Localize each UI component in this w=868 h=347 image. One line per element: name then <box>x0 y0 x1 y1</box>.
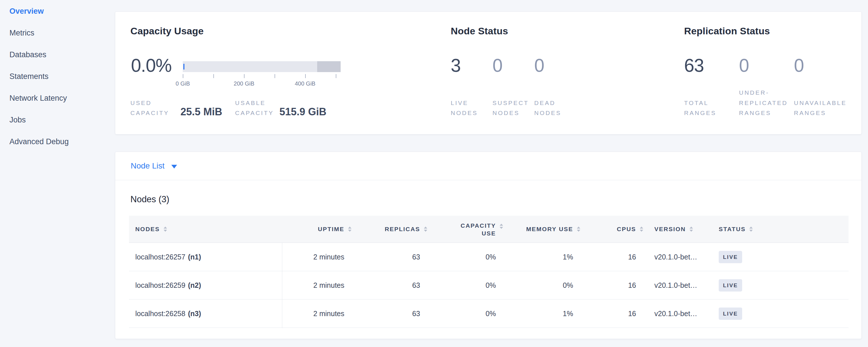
column-header-label: CAPACITY USE <box>457 222 496 238</box>
total-ranges-label: TOTAL RANGES <box>684 98 736 118</box>
column-header-memory-use[interactable]: MEMORY USE <box>499 216 577 243</box>
replicas-cell: 63 <box>348 253 424 261</box>
column-divider <box>282 243 282 328</box>
capacity-use-cell: 0% <box>424 281 499 289</box>
status-badge: LIVE <box>719 251 742 263</box>
uptime-cell: 2 minutes <box>282 253 348 261</box>
column-header-status[interactable]: STATUS <box>715 216 848 243</box>
capacity-use-cell: 0% <box>424 310 499 318</box>
node-status-labels: LIVE NODES SUSPECT NODES DEAD NODES <box>451 98 576 118</box>
node-status-title: Node Status <box>451 26 508 36</box>
sidebar-item-network-latency[interactable]: Network Latency <box>0 87 115 109</box>
node-list-dropdown[interactable]: Node List <box>115 152 861 180</box>
node-address-cell: localhost:26258(n3) <box>129 310 282 318</box>
nodes-table: NODESUPTIMEREPLICASCAPACITY USEMEMORY US… <box>129 216 848 328</box>
sort-icon <box>163 227 167 232</box>
column-header-uptime[interactable]: UPTIME <box>282 216 348 243</box>
capacity-axis-labels: 0 GiB 200 GiB 400 GiB <box>183 81 341 88</box>
uptime-cell: 2 minutes <box>282 310 348 318</box>
table-row[interactable]: localhost:26257(n1)2 minutes630%1%16v20.… <box>129 243 848 271</box>
column-header-nodes[interactable]: NODES <box>129 216 282 243</box>
cpus-cell: 16 <box>577 310 640 318</box>
status-badge: LIVE <box>719 308 742 320</box>
usable-capacity-label: USABLE CAPACITY <box>235 98 272 118</box>
replication-status-values: 63 0 0 <box>684 56 849 75</box>
column-header-label: STATUS <box>719 226 746 232</box>
capacity-use-cell: 0% <box>424 253 499 261</box>
column-header-label: REPLICAS <box>385 226 420 232</box>
replicas-cell: 63 <box>348 310 424 318</box>
sort-icon <box>689 227 693 232</box>
node-id: (n2) <box>188 281 201 289</box>
memory-use-cell: 1% <box>499 310 577 318</box>
sidebar-item-metrics[interactable]: Metrics <box>0 22 115 44</box>
capacity-usage-title: Capacity Usage <box>130 26 204 36</box>
capacity-axis-ticks <box>183 74 341 78</box>
sidebar-item-advanced-debug[interactable]: Advanced Debug <box>0 131 115 153</box>
dead-nodes-label: DEAD NODES <box>534 98 569 118</box>
live-nodes-label: LIVE NODES <box>451 98 486 118</box>
under-replicated-ranges-value: 0 <box>739 56 794 75</box>
memory-use-cell: 1% <box>499 253 577 261</box>
status-cell: LIVE <box>715 279 848 291</box>
axis-label: 0 GiB <box>176 81 190 87</box>
total-ranges-value: 63 <box>684 56 739 75</box>
cpus-cell: 16 <box>577 281 640 289</box>
cluster-summary-panel: Capacity Usage 0.0% 0 GiB 200 GiB 400 Gi… <box>115 11 862 134</box>
column-header-replicas[interactable]: REPLICAS <box>348 216 424 243</box>
capacity-used-segment <box>183 64 184 69</box>
used-capacity-label: USED CAPACITY <box>130 98 167 118</box>
overview-page: { "sidebar": { "items": [ { "label": "Ov… <box>0 0 868 347</box>
sidebar-item-statements[interactable]: Statements <box>0 65 115 87</box>
replication-status-title: Replication Status <box>684 26 770 36</box>
dead-nodes-value: 0 <box>534 56 576 75</box>
capacity-other-segment <box>317 61 341 72</box>
node-id: (n1) <box>188 253 201 261</box>
cpus-cell: 16 <box>577 253 640 261</box>
nodes-count-heading: Nodes (3) <box>130 195 169 204</box>
table-row[interactable]: localhost:26259(n2)2 minutes630%0%16v20.… <box>129 271 848 299</box>
nodes-table-header: NODESUPTIMEREPLICASCAPACITY USEMEMORY US… <box>129 216 848 243</box>
unavailable-ranges-label: UNAVAILABLE RANGES <box>794 98 846 118</box>
sidebar-item-overview[interactable]: Overview <box>0 0 115 22</box>
capacity-bar <box>183 61 341 72</box>
version-cell: v20.1.0-bet… <box>640 310 715 318</box>
capacity-used-percent: 0.0% <box>131 56 172 75</box>
usable-capacity-value: 515.9 GiB <box>279 107 326 117</box>
node-address: localhost:26258 <box>135 310 185 318</box>
column-header-label: CPUS <box>617 226 636 232</box>
axis-label: 200 GiB <box>234 81 254 87</box>
status-cell: LIVE <box>715 308 848 320</box>
sort-icon <box>749 227 753 232</box>
column-header-cpus[interactable]: CPUS <box>577 216 640 243</box>
capacity-stats: USED CAPACITY 25.5 MiB USABLE CAPACITY 5… <box>130 98 326 118</box>
live-nodes-value: 3 <box>451 56 493 75</box>
node-status-values: 3 0 0 <box>451 56 576 75</box>
uptime-cell: 2 minutes <box>282 281 348 289</box>
node-address: localhost:26257 <box>135 253 185 261</box>
node-list-panel: Node List Nodes (3) NODESUPTIMEREPLICASC… <box>115 152 862 339</box>
replicas-cell: 63 <box>348 281 424 289</box>
suspect-nodes-label: SUSPECT NODES <box>493 98 527 118</box>
used-capacity-value: 25.5 MiB <box>181 107 222 117</box>
node-list-dropdown-label: Node List <box>131 161 164 170</box>
memory-use-cell: 0% <box>499 281 577 289</box>
chevron-down-icon <box>171 165 177 168</box>
node-id: (n3) <box>188 310 201 318</box>
table-row[interactable]: localhost:26258(n3)2 minutes630%1%16v20.… <box>129 299 848 328</box>
nodes-table-body: localhost:26257(n1)2 minutes630%1%16v20.… <box>129 243 848 328</box>
under-replicated-ranges-label: UNDER-REPLICATED RANGES <box>739 88 791 118</box>
replication-status-labels: TOTAL RANGES UNDER-REPLICATED RANGES UNA… <box>684 88 849 118</box>
node-address: localhost:26259 <box>135 281 185 289</box>
node-address-cell: localhost:26259(n2) <box>129 281 282 289</box>
status-cell: LIVE <box>715 251 848 263</box>
node-address-cell: localhost:26257(n1) <box>129 253 282 261</box>
column-header-capacity-use[interactable]: CAPACITY USE <box>424 216 499 243</box>
version-cell: v20.1.0-bet… <box>640 281 715 289</box>
version-cell: v20.1.0-bet… <box>640 253 715 261</box>
sidebar: OverviewMetricsDatabasesStatementsNetwor… <box>0 0 115 153</box>
column-header-label: VERSION <box>654 226 686 232</box>
column-header-version[interactable]: VERSION <box>640 216 715 243</box>
sidebar-item-jobs[interactable]: Jobs <box>0 109 115 131</box>
sidebar-item-databases[interactable]: Databases <box>0 44 115 65</box>
